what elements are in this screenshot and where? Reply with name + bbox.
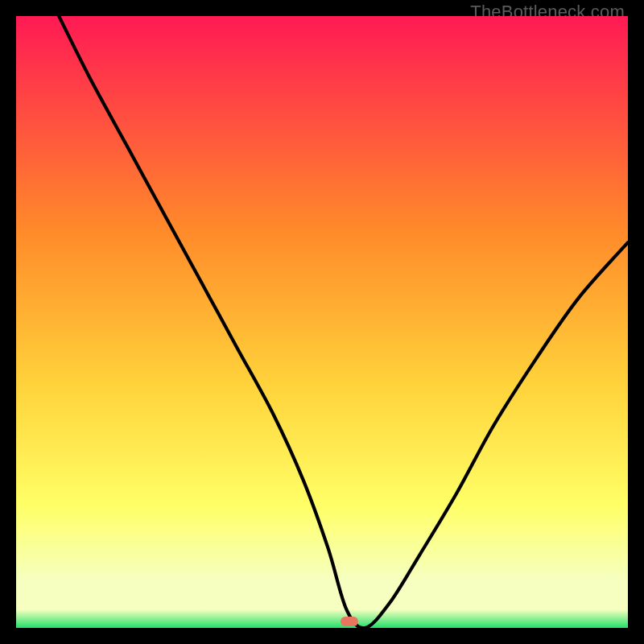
optimum-marker [341, 617, 358, 626]
bottleneck-curve [16, 16, 628, 628]
plot-area [16, 16, 628, 628]
chart-frame: TheBottleneck.com [0, 0, 644, 644]
